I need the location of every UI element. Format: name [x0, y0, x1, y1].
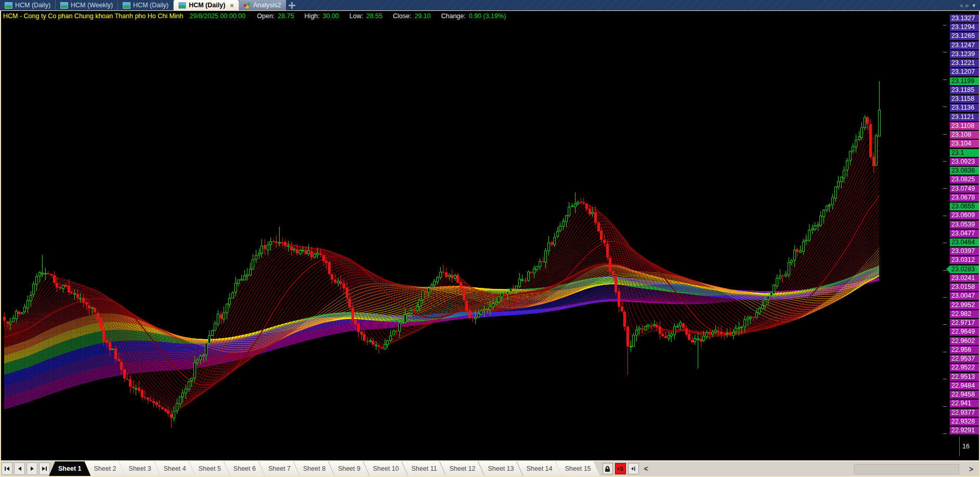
tab-analysis2[interactable]: Analysis2: [239, 0, 286, 10]
new-tab-icon[interactable]: [287, 0, 297, 10]
sheet-nav-prev-button[interactable]: [14, 462, 25, 475]
price-label: 23.0836: [950, 167, 979, 175]
price-label: 23.0312: [950, 256, 979, 264]
axis-tick: [943, 107, 947, 107]
sheet-tab-sheet-15[interactable]: Sheet 15: [556, 461, 600, 476]
left-triangle-icon: [617, 467, 619, 470]
h-scrollbar-thumb[interactable]: [854, 464, 959, 474]
sheet-tab-sheet-5[interactable]: Sheet 5: [189, 461, 230, 476]
field-value: 28.55: [366, 12, 382, 20]
chart-icon: [178, 2, 186, 9]
sheet-nav-last-button[interactable]: [39, 462, 50, 475]
price-label: 22.9291: [950, 427, 979, 434]
indicator-lock-button[interactable]: I: [628, 463, 639, 474]
tab-hcm-daily-[interactable]: HCM (Daily)×: [174, 0, 239, 10]
price-label: 23.0655: [950, 203, 979, 210]
sheet-nav-next-button[interactable]: [27, 462, 37, 475]
axis-tick: [943, 379, 947, 379]
price-label: 23.1136: [950, 104, 979, 112]
price-label: 22.9458: [950, 391, 979, 399]
ohlc-fields: Open:28.75High:30.00Low:28.55Close:29.10…: [257, 12, 516, 20]
chart-icon: [123, 2, 130, 9]
field-label: Change:: [441, 12, 465, 20]
price-label: 23.1199: [950, 77, 979, 85]
scroll-right-button[interactable]: >: [965, 463, 977, 475]
axis-tick: [943, 134, 947, 135]
field-label: High:: [305, 12, 320, 20]
tab-list-dropdown-icon[interactable]: ▾: [972, 2, 975, 9]
current-price-label: 23.0283: [950, 266, 979, 273]
axis-tick: [943, 243, 947, 243]
axis-tick: [943, 406, 947, 407]
price-label: 23.1239: [950, 50, 979, 58]
tab-bar: HCM (Daily)HCM (Weekly)HCM (Daily)HCM (D…: [0, 0, 980, 11]
field-value: 28.75: [278, 12, 294, 20]
tab-hcm-daily-[interactable]: HCM (Daily): [0, 0, 56, 10]
left-triangle-icon: [631, 467, 633, 470]
sheet-tab-sheet-8[interactable]: Sheet 8: [294, 461, 335, 476]
price-label: 22.9602: [950, 337, 979, 345]
price-label: 23.1121: [950, 113, 979, 121]
sheet-tab-sheet-3[interactable]: Sheet 3: [120, 461, 161, 476]
axis-tick: [943, 188, 947, 189]
sheet-tab-sheet-2[interactable]: Sheet 2: [84, 461, 125, 476]
field-value: 30.00: [323, 12, 339, 20]
price-label: 23.1108: [950, 122, 979, 130]
price-label: 22.9513: [950, 373, 979, 381]
price-label: 23.0047: [950, 292, 979, 300]
price-label: 22.9537: [950, 355, 979, 363]
price-label: 23.1265: [950, 32, 979, 40]
tab-close-icon[interactable]: ×: [230, 2, 234, 9]
price-label: 23.1185: [950, 86, 979, 94]
tab-strip: HCM (Daily)HCM (Weekly)HCM (Daily)HCM (D…: [0, 0, 286, 10]
axis-tick: [943, 25, 947, 25]
field-value: 0.90 (3.19%): [469, 12, 506, 20]
price-label: 23.0539: [950, 221, 979, 229]
price-label: 23.1158: [950, 95, 979, 103]
price-label: 23.1207: [950, 68, 979, 76]
lock-icon: [606, 466, 609, 469]
price-chart-canvas[interactable]: [0, 0, 980, 477]
axis-tick: [943, 161, 947, 162]
axis-tick: [943, 433, 947, 434]
x-axis-label: 16: [962, 443, 970, 450]
price-label: 23.1221: [950, 59, 979, 67]
chart-icon: [5, 2, 12, 9]
sheet-tab-sheet-9[interactable]: Sheet 9: [329, 461, 370, 476]
sheet-tab-sheet-12[interactable]: Sheet 12: [440, 461, 485, 476]
tab-nav-left-icon[interactable]: ◃: [959, 2, 962, 9]
tab-nav-right-icon[interactable]: ▹: [966, 2, 969, 9]
axis-tick: [943, 297, 947, 298]
price-label: 23.0241: [950, 274, 979, 282]
price-label: 23.0678: [950, 194, 979, 202]
scale-lock-button[interactable]: S: [615, 463, 626, 474]
price-label: 23.1: [950, 149, 979, 157]
info-bar: HCM - Cong ty Co phan Chung khoan Thanh …: [0, 11, 943, 21]
sheet-nav-first-button[interactable]: [2, 462, 12, 475]
price-label: 22.982: [950, 310, 979, 318]
sheet-tab-sheet-1[interactable]: Sheet 1: [49, 461, 90, 476]
ticker-title: HCM - Cong ty Co phan Chung khoan Thanh …: [3, 12, 184, 20]
bar-datetime: 29/8/2025 00:00:00: [190, 12, 246, 20]
sheet-tab-sheet-6[interactable]: Sheet 6: [224, 461, 265, 476]
price-label: 23.0923: [950, 158, 979, 166]
price-label: 22.9328: [950, 418, 979, 426]
lock-button[interactable]: [603, 463, 613, 474]
sheet-tab-sheet-11[interactable]: Sheet 11: [402, 461, 446, 476]
price-label: 23.0825: [950, 176, 979, 183]
tab-label: HCM (Daily): [133, 2, 168, 9]
sheet-tab-sheet-10[interactable]: Sheet 10: [363, 461, 408, 476]
price-label: 23.0158: [950, 283, 979, 291]
tab-hcm-daily-[interactable]: HCM (Daily): [118, 0, 174, 10]
sheet-tab-sheet-14[interactable]: Sheet 14: [517, 461, 561, 476]
scroll-left-button[interactable]: <: [644, 465, 648, 473]
sheet-tab-sheet-13[interactable]: Sheet 13: [478, 461, 523, 476]
price-label: 23.0464: [950, 239, 979, 246]
tab-label: HCM (Daily): [189, 2, 225, 9]
sheet-tab-sheet-7[interactable]: Sheet 7: [259, 461, 300, 476]
axis-tick: [943, 52, 947, 52]
tab-hcm-weekly-[interactable]: HCM (Weekly): [56, 0, 118, 10]
axis-tick: [943, 216, 947, 216]
sheet-tab-sheet-4[interactable]: Sheet 4: [154, 461, 195, 476]
price-label: 22.9484: [950, 382, 979, 390]
